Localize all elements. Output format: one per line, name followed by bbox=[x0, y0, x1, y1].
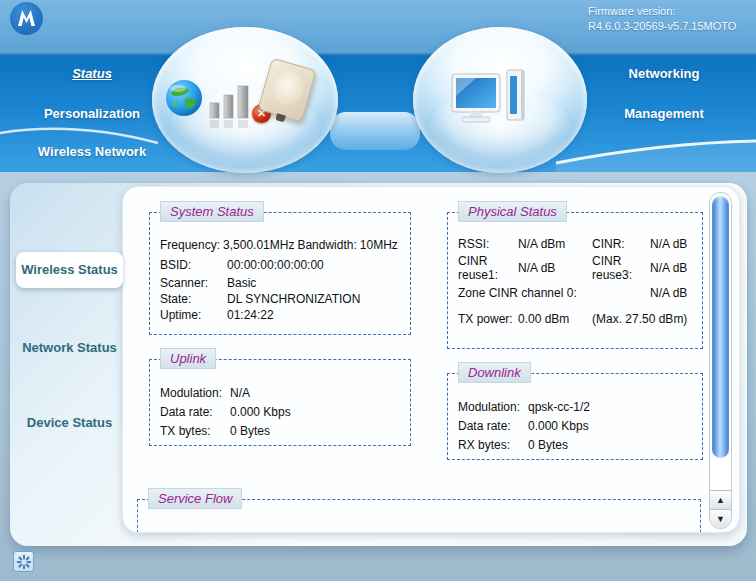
bsid-row: BSID: 00:00:00:00:00:00 bbox=[160, 257, 404, 273]
computer-icon bbox=[450, 68, 534, 130]
frequency-label: Frequency: bbox=[160, 237, 220, 253]
downlink-title: Downlink bbox=[458, 362, 531, 383]
refresh-button[interactable] bbox=[13, 551, 34, 572]
tx-power-row: TX power: 0.00 dBm (Max. 27.50 dBm) bbox=[458, 303, 696, 335]
scrollbar-buttons: ▲ ▼ bbox=[710, 490, 731, 528]
scroll-down-icon[interactable]: ▼ bbox=[710, 509, 731, 528]
status-card: System Status Frequency: 3,500.01MHz Ban… bbox=[122, 186, 740, 533]
wireless-status-bubble: ✕ bbox=[152, 27, 338, 173]
nav-item-personalization[interactable]: Personalization bbox=[27, 106, 157, 121]
top-bar: Firmware version: R4.6.0.3-20569-v5.7.15… bbox=[0, 0, 756, 55]
firmware-label: Firmware version: bbox=[588, 4, 753, 19]
management-bubble bbox=[413, 27, 587, 173]
uplink-modulation-row: Modulation: N/A bbox=[160, 384, 404, 403]
nav-item-networking[interactable]: Networking bbox=[598, 66, 730, 81]
service-flow-title: Service Flow bbox=[148, 488, 242, 509]
uptime-row: Uptime: 01:24:22 bbox=[160, 307, 404, 323]
service-flow-section: Service Flow bbox=[137, 499, 701, 533]
globe-icon bbox=[165, 79, 203, 121]
sidebar-tab-wireless-status[interactable]: Wireless Status bbox=[16, 252, 123, 288]
uplink-title: Uplink bbox=[160, 348, 216, 369]
downlink-rx-bytes-row: RX bytes: 0 Bytes bbox=[458, 436, 696, 455]
firmware-version: Firmware version: R4.6.0.3-20569-v5.7.15… bbox=[588, 4, 753, 34]
physical-status-title: Physical Status bbox=[458, 201, 567, 222]
bandwidth-value: 10MHz bbox=[360, 237, 398, 253]
refresh-spinner-icon bbox=[15, 553, 33, 571]
frequency-row: Frequency: 3,500.01MHz Bandwidth: 10MHz bbox=[160, 237, 404, 253]
cinr-reuse-row: CINR reuse1: N/A dB CINR reuse3: N/A dB bbox=[458, 253, 696, 283]
bubble-connector-decoration bbox=[330, 112, 420, 150]
system-status-title: System Status bbox=[160, 201, 264, 222]
downlink-modulation-row: Modulation: qpsk-cc-1/2 bbox=[458, 398, 696, 417]
scrollbar-thumb[interactable] bbox=[712, 196, 729, 458]
state-row: State: DL SYNCHRONIZATION bbox=[160, 291, 404, 307]
bandwidth-label: Bandwidth: bbox=[297, 237, 356, 253]
downlink-data-rate-row: Data rate: 0.000 Kbps bbox=[458, 417, 696, 436]
sidebar-tab-device-status[interactable]: Device Status bbox=[16, 415, 123, 430]
firmware-value: R4.6.0.3-20569-v5.7.15MOTO bbox=[588, 19, 753, 34]
uplink-data-rate-row: Data rate: 0.000 Kbps bbox=[160, 403, 404, 422]
rssi-cinr-row: RSSI: N/A dBm CINR: N/A dB bbox=[458, 235, 696, 253]
scroll-up-icon[interactable]: ▲ bbox=[710, 490, 731, 509]
scanner-row: Scanner: Basic bbox=[160, 275, 404, 291]
motorola-logo-icon bbox=[10, 2, 43, 35]
signal-bars-icon bbox=[208, 83, 252, 135]
physical-status-section: Physical Status RSSI: N/A dBm CINR: N/A … bbox=[447, 212, 703, 349]
nav-item-wireless-network[interactable]: Wireless Network bbox=[27, 144, 157, 159]
nav-item-management[interactable]: Management bbox=[598, 106, 730, 121]
frequency-value: 3,500.01MHz bbox=[223, 237, 294, 253]
vertical-scrollbar[interactable]: ▲ ▼ bbox=[709, 192, 732, 529]
uplink-tx-bytes-row: TX bytes: 0 Bytes bbox=[160, 422, 404, 441]
system-status-section: System Status Frequency: 3,500.01MHz Ban… bbox=[149, 212, 411, 335]
uplink-section: Uplink Modulation: N/A Data rate: 0.000 … bbox=[149, 359, 411, 446]
motorola-cpe-status-page: Firmware version: R4.6.0.3-20569-v5.7.15… bbox=[0, 0, 756, 581]
downlink-section: Downlink Modulation: qpsk-cc-1/2 Data ra… bbox=[447, 373, 703, 460]
zone-cinr-row: Zone CINR channel 0: N/A dB bbox=[458, 283, 696, 303]
nav-item-status[interactable]: Status bbox=[27, 66, 157, 81]
sidebar-tab-network-status[interactable]: Network Status bbox=[16, 340, 123, 355]
